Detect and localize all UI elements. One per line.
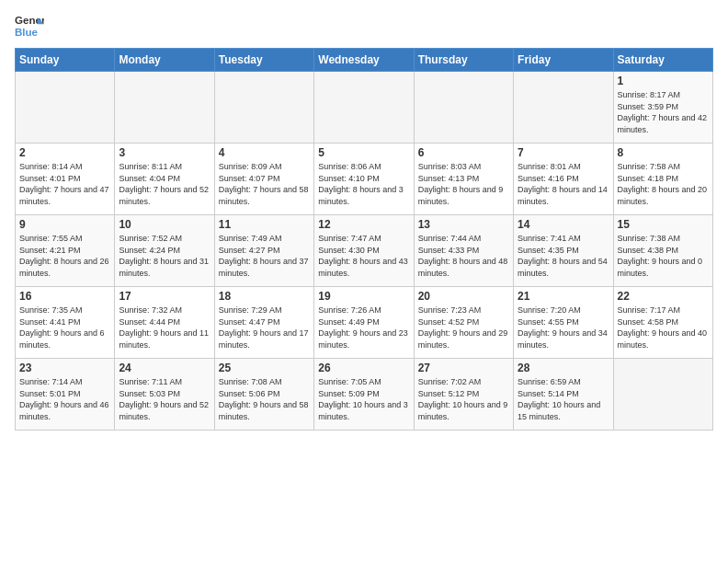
day-cell: 21Sunrise: 7:20 AM Sunset: 4:55 PM Dayli… [514,287,613,359]
day-cell: 23Sunrise: 7:14 AM Sunset: 5:01 PM Dayli… [16,359,115,431]
day-cell [314,72,414,144]
day-info: Sunrise: 7:14 AM Sunset: 5:01 PM Dayligh… [19,376,110,422]
day-cell: 7Sunrise: 8:01 AM Sunset: 4:16 PM Daylig… [514,144,613,215]
day-number: 18 [219,290,310,303]
day-number: 27 [418,362,509,374]
col-header-wednesday: Wednesday [314,49,414,72]
day-number: 20 [418,290,509,303]
week-row-4: 16Sunrise: 7:35 AM Sunset: 4:41 PM Dayli… [16,287,713,359]
day-info: Sunrise: 7:35 AM Sunset: 4:41 PM Dayligh… [19,304,110,350]
page: General Blue SundayMondayTuesdayWednesda… [0,0,728,563]
col-header-monday: Monday [115,49,214,72]
day-info: Sunrise: 8:03 AM Sunset: 4:13 PM Dayligh… [418,161,509,207]
day-number: 5 [318,146,409,159]
day-number: 12 [318,218,409,231]
day-cell [414,72,513,144]
day-number: 22 [618,290,709,303]
day-cell: 13Sunrise: 7:44 AM Sunset: 4:33 PM Dayli… [414,215,513,287]
day-cell: 5Sunrise: 8:06 AM Sunset: 4:10 PM Daylig… [314,144,414,215]
day-cell: 12Sunrise: 7:47 AM Sunset: 4:30 PM Dayli… [314,215,414,287]
day-number: 17 [119,290,210,303]
day-cell: 16Sunrise: 7:35 AM Sunset: 4:41 PM Dayli… [16,287,115,359]
day-info: Sunrise: 7:26 AM Sunset: 4:49 PM Dayligh… [318,304,409,350]
day-info: Sunrise: 8:09 AM Sunset: 4:07 PM Dayligh… [219,161,310,207]
day-info: Sunrise: 7:08 AM Sunset: 5:06 PM Dayligh… [219,376,310,422]
day-info: Sunrise: 7:02 AM Sunset: 5:12 PM Dayligh… [418,376,509,422]
day-number: 16 [19,290,110,303]
day-info: Sunrise: 7:44 AM Sunset: 4:33 PM Dayligh… [418,233,509,279]
logo-icon: General Blue [15,11,44,40]
day-info: Sunrise: 7:49 AM Sunset: 4:27 PM Dayligh… [219,233,310,279]
day-number: 28 [518,362,609,374]
day-cell: 8Sunrise: 7:58 AM Sunset: 4:18 PM Daylig… [613,144,712,215]
day-info: Sunrise: 7:55 AM Sunset: 4:21 PM Dayligh… [19,233,110,279]
day-cell [514,72,613,144]
day-number: 13 [418,218,509,231]
day-info: Sunrise: 7:20 AM Sunset: 4:55 PM Dayligh… [518,304,609,350]
day-cell: 3Sunrise: 8:11 AM Sunset: 4:04 PM Daylig… [115,144,214,215]
day-info: Sunrise: 7:38 AM Sunset: 4:38 PM Dayligh… [618,233,709,279]
col-header-thursday: Thursday [414,49,513,72]
day-info: Sunrise: 7:52 AM Sunset: 4:24 PM Dayligh… [119,233,210,279]
day-cell: 20Sunrise: 7:23 AM Sunset: 4:52 PM Dayli… [414,287,513,359]
day-info: Sunrise: 7:17 AM Sunset: 4:58 PM Dayligh… [618,304,709,350]
week-row-5: 23Sunrise: 7:14 AM Sunset: 5:01 PM Dayli… [16,359,713,431]
svg-text:Blue: Blue [15,27,39,38]
day-cell: 2Sunrise: 8:14 AM Sunset: 4:01 PM Daylig… [16,144,115,215]
day-info: Sunrise: 7:29 AM Sunset: 4:47 PM Dayligh… [219,304,310,350]
day-number: 26 [318,362,409,374]
day-info: Sunrise: 8:11 AM Sunset: 4:04 PM Dayligh… [119,161,210,207]
day-info: Sunrise: 7:58 AM Sunset: 4:18 PM Dayligh… [618,161,709,207]
day-info: Sunrise: 7:47 AM Sunset: 4:30 PM Dayligh… [318,233,409,279]
day-cell [214,72,313,144]
calendar: SundayMondayTuesdayWednesdayThursdayFrid… [15,48,713,431]
day-number: 14 [518,218,609,231]
day-cell: 11Sunrise: 7:49 AM Sunset: 4:27 PM Dayli… [214,215,313,287]
day-cell: 10Sunrise: 7:52 AM Sunset: 4:24 PM Dayli… [115,215,214,287]
day-number: 25 [219,362,310,374]
col-header-saturday: Saturday [613,49,712,72]
day-cell: 14Sunrise: 7:41 AM Sunset: 4:35 PM Dayli… [514,215,613,287]
day-number: 15 [618,218,709,231]
day-number: 23 [19,362,110,374]
col-header-friday: Friday [514,49,613,72]
week-row-1: 1Sunrise: 8:17 AM Sunset: 3:59 PM Daylig… [16,72,713,144]
day-number: 11 [219,218,310,231]
day-cell: 15Sunrise: 7:38 AM Sunset: 4:38 PM Dayli… [613,215,712,287]
day-cell [613,359,712,431]
day-cell: 19Sunrise: 7:26 AM Sunset: 4:49 PM Dayli… [314,287,414,359]
logo: General Blue [15,11,46,40]
day-info: Sunrise: 7:05 AM Sunset: 5:09 PM Dayligh… [318,376,409,422]
day-number: 7 [518,146,609,159]
day-info: Sunrise: 8:14 AM Sunset: 4:01 PM Dayligh… [19,161,110,207]
day-cell: 22Sunrise: 7:17 AM Sunset: 4:58 PM Dayli… [613,287,712,359]
day-cell: 6Sunrise: 8:03 AM Sunset: 4:13 PM Daylig… [414,144,513,215]
day-info: Sunrise: 8:06 AM Sunset: 4:10 PM Dayligh… [318,161,409,207]
day-cell: 28Sunrise: 6:59 AM Sunset: 5:14 PM Dayli… [514,359,613,431]
day-number: 19 [318,290,409,303]
day-cell: 17Sunrise: 7:32 AM Sunset: 4:44 PM Dayli… [115,287,214,359]
day-info: Sunrise: 7:41 AM Sunset: 4:35 PM Dayligh… [518,233,609,279]
day-number: 4 [219,146,310,159]
header: General Blue [15,11,713,40]
day-number: 21 [518,290,609,303]
day-cell [115,72,214,144]
day-info: Sunrise: 7:23 AM Sunset: 4:52 PM Dayligh… [418,304,509,350]
day-cell: 27Sunrise: 7:02 AM Sunset: 5:12 PM Dayli… [414,359,513,431]
day-cell [16,72,115,144]
day-info: Sunrise: 6:59 AM Sunset: 5:14 PM Dayligh… [518,376,609,422]
day-number: 8 [618,146,709,159]
day-cell: 4Sunrise: 8:09 AM Sunset: 4:07 PM Daylig… [214,144,313,215]
day-info: Sunrise: 8:17 AM Sunset: 3:59 PM Dayligh… [618,89,709,135]
day-number: 10 [119,218,210,231]
col-header-tuesday: Tuesday [214,49,313,72]
day-number: 1 [618,75,709,87]
day-number: 3 [119,146,210,159]
day-cell: 9Sunrise: 7:55 AM Sunset: 4:21 PM Daylig… [16,215,115,287]
col-header-sunday: Sunday [16,49,115,72]
day-cell: 24Sunrise: 7:11 AM Sunset: 5:03 PM Dayli… [115,359,214,431]
day-cell: 25Sunrise: 7:08 AM Sunset: 5:06 PM Dayli… [214,359,313,431]
day-info: Sunrise: 8:01 AM Sunset: 4:16 PM Dayligh… [518,161,609,207]
week-row-2: 2Sunrise: 8:14 AM Sunset: 4:01 PM Daylig… [16,144,713,215]
day-info: Sunrise: 7:11 AM Sunset: 5:03 PM Dayligh… [119,376,210,422]
